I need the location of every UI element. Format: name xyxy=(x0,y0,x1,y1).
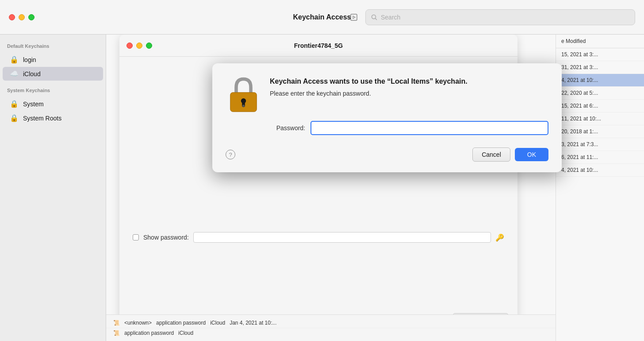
lock-icon: 🔒 xyxy=(10,55,19,64)
sidebar-label-system-roots: System Roots xyxy=(23,115,61,122)
password-input[interactable] xyxy=(310,121,548,135)
sidebar-item-icloud[interactable]: ☁️ iCloud xyxy=(3,67,103,81)
key-icon: 🔑 xyxy=(495,233,504,242)
bottom-row-1[interactable]: 📜 <unknown> application password iCloud … xyxy=(106,318,556,328)
show-password-input[interactable] xyxy=(193,232,491,243)
sidebar-item-system-roots[interactable]: 🔒 System Roots xyxy=(3,111,103,125)
edit-icon[interactable] xyxy=(349,13,358,22)
show-password-row: Show password: 🔑 xyxy=(128,232,509,243)
table-row[interactable]: 20, 2018 at 1:... xyxy=(556,125,644,138)
sidebar-item-login[interactable]: 🔒 login xyxy=(3,53,103,66)
close-button[interactable] xyxy=(9,14,15,20)
title-bar: Keychain Access Search xyxy=(0,0,644,35)
password-row: Password: xyxy=(226,121,548,135)
maximize-button[interactable] xyxy=(28,14,34,20)
lock-icon-container xyxy=(226,77,261,112)
bottom-icon-2: 📜 xyxy=(113,330,120,336)
table-row-highlighted[interactable]: 4, 2021 at 10:... xyxy=(556,74,644,87)
show-password-checkbox[interactable] xyxy=(133,234,139,240)
frontier-title: Frontier4784_5G xyxy=(294,42,343,49)
show-password-label: Show password: xyxy=(143,234,189,241)
lock-icon-system-roots: 🔒 xyxy=(10,114,19,122)
default-keychains-header: Default Keychains xyxy=(0,42,106,52)
sidebar-label-login: login xyxy=(23,56,36,63)
bottom-row-2[interactable]: 📜 application password iCloud xyxy=(106,328,556,338)
table-column-header: e Modified xyxy=(556,35,644,48)
content-area: Frontier4784_5G Attributes Access Contro… xyxy=(106,35,644,341)
table-row[interactable]: 22, 2020 at 5:... xyxy=(556,87,644,100)
app-window: Keychain Access Search xyxy=(0,0,644,341)
search-icon xyxy=(371,14,377,20)
app-title: Keychain Access xyxy=(293,13,351,21)
cloud-icon: ☁️ xyxy=(10,70,19,78)
ok-button[interactable]: OK xyxy=(515,148,548,161)
password-dialog: Keychain Access wants to use the “Local … xyxy=(212,63,562,172)
lock-icon-system: 🔒 xyxy=(10,100,19,108)
sidebar-label-system: System xyxy=(23,101,44,108)
bottom-keychain-2: iCloud xyxy=(178,330,193,336)
svg-point-8 xyxy=(242,105,245,107)
sidebar-item-system[interactable]: 🔒 System xyxy=(3,97,103,111)
password-label: Password: xyxy=(270,124,305,132)
bottom-name-1: <unknown> xyxy=(124,320,152,326)
help-button[interactable]: ? xyxy=(226,150,235,159)
table-row[interactable]: 31, 2021 at 3:... xyxy=(556,61,644,74)
frontier-maximize[interactable] xyxy=(146,43,152,49)
system-keychains-header: System Keychains xyxy=(0,86,106,97)
frontier-minimize[interactable] xyxy=(136,43,142,49)
lock-svg-icon xyxy=(227,76,260,113)
frontier-titlebar: Frontier4784_5G xyxy=(119,35,518,57)
dialog-text: Keychain Access wants to use the “Local … xyxy=(270,77,548,112)
frontier-traffic-lights xyxy=(126,43,152,49)
bottom-table: 📜 <unknown> application password iCloud … xyxy=(106,314,556,341)
dialog-header: Keychain Access wants to use the “Local … xyxy=(226,77,548,112)
table-row[interactable]: 4, 2021 at 10:... xyxy=(556,164,644,177)
dialog-subtitle: Please enter the keychain password. xyxy=(270,90,548,97)
traffic-lights xyxy=(9,14,34,20)
bottom-type-2: application password xyxy=(124,330,174,336)
bottom-date-1: Jan 4, 2021 at 10:... xyxy=(230,320,276,326)
bottom-type-1: application password xyxy=(156,320,206,326)
search-bar[interactable]: Search xyxy=(365,9,635,25)
bottom-icon-1: 📜 xyxy=(113,320,120,326)
table-area: e Modified 15, 2021 at 3:... 31, 2021 at… xyxy=(556,35,644,341)
bottom-keychain-1: iCloud xyxy=(210,320,225,326)
cancel-button[interactable]: Cancel xyxy=(472,147,510,162)
table-row[interactable]: 11, 2021 at 10:... xyxy=(556,112,644,125)
table-row[interactable]: 6, 2021 at 11:... xyxy=(556,151,644,164)
svg-rect-0 xyxy=(351,14,357,20)
frontier-close[interactable] xyxy=(126,43,133,49)
sidebar-label-icloud: iCloud xyxy=(23,70,41,78)
table-row[interactable]: 15, 2021 at 3:... xyxy=(556,48,644,61)
main-content: Default Keychains 🔒 login ☁️ iCloud Syst… xyxy=(0,35,644,341)
table-row[interactable]: 3, 2021 at 7:3... xyxy=(556,138,644,151)
dialog-title: Keychain Access wants to use the “Local … xyxy=(270,77,548,86)
search-placeholder: Search xyxy=(381,14,400,21)
dialog-buttons: ? Cancel OK xyxy=(226,146,548,162)
minimize-button[interactable] xyxy=(19,14,25,20)
table-row[interactable]: 15, 2021 at 6:... xyxy=(556,100,644,112)
sidebar: Default Keychains 🔒 login ☁️ iCloud Syst… xyxy=(0,35,106,341)
